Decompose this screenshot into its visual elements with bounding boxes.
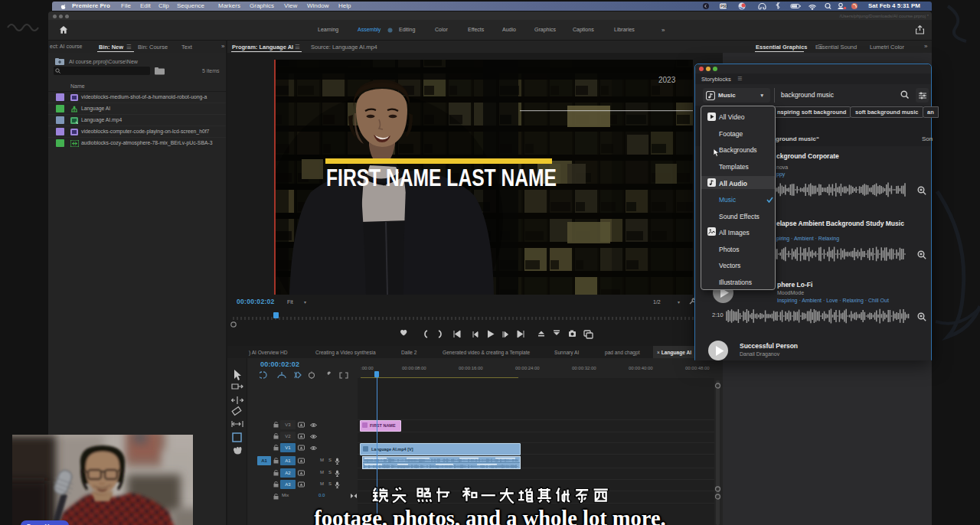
svg-text:2023: 2023 — [658, 76, 676, 84]
svg-text:FIRST NAME LAST NAME: FIRST NAME LAST NAME — [326, 164, 557, 191]
svg-text:T: T — [233, 459, 238, 461]
svg-text:PSD: PSD — [720, 5, 728, 8]
